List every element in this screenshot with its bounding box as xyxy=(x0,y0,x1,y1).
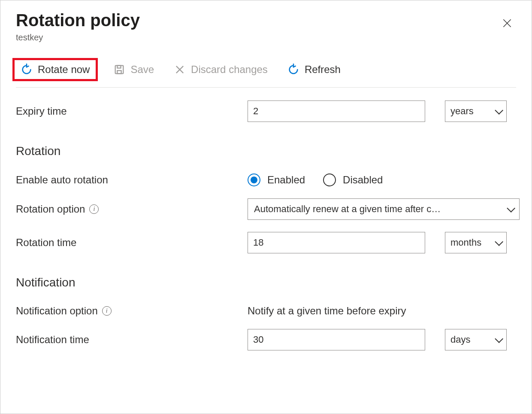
rotation-time-label: Rotation time xyxy=(16,237,248,249)
radio-icon xyxy=(323,174,336,186)
rotation-option-label: Rotation option i xyxy=(16,203,248,215)
enable-auto-rotation-label: Enable auto rotation xyxy=(16,174,248,186)
expiry-time-unit-select[interactable]: years xyxy=(445,100,507,122)
expiry-time-input[interactable] xyxy=(248,100,425,122)
chevron-down-icon xyxy=(507,204,515,213)
notification-time-unit-value: days xyxy=(450,334,470,345)
page-title: Rotation policy xyxy=(16,11,140,30)
expiry-time-unit-value: years xyxy=(450,106,474,117)
close-button[interactable] xyxy=(498,14,516,35)
rotation-time-unit-value: months xyxy=(450,237,481,248)
auto-rotation-enabled-radio[interactable]: Enabled xyxy=(248,174,305,186)
save-button: Save xyxy=(109,61,158,78)
discard-label: Discard changes xyxy=(191,64,268,76)
discard-icon xyxy=(174,64,186,76)
expiry-time-label: Expiry time xyxy=(16,105,248,117)
refresh-label: Refresh xyxy=(305,64,341,76)
rotation-time-unit-select[interactable]: months xyxy=(445,232,507,253)
auto-rotation-enabled-label: Enabled xyxy=(267,174,305,186)
notification-option-label: Notification option i xyxy=(16,305,248,317)
refresh-button[interactable]: Refresh xyxy=(283,61,345,78)
notification-time-label: Notification time xyxy=(16,334,248,346)
toolbar: Rotate now Save Discard changes Refresh xyxy=(16,58,516,88)
rotate-icon xyxy=(21,64,33,76)
auto-rotation-disabled-radio[interactable]: Disabled xyxy=(323,174,383,186)
svg-rect-1 xyxy=(118,70,121,73)
info-icon[interactable]: i xyxy=(102,306,112,316)
rotation-time-input[interactable] xyxy=(248,232,425,253)
discard-button: Discard changes xyxy=(169,61,272,78)
auto-rotation-disabled-label: Disabled xyxy=(343,174,383,186)
refresh-icon xyxy=(287,64,299,76)
chevron-down-icon xyxy=(495,335,503,343)
save-icon xyxy=(113,64,125,76)
save-label: Save xyxy=(130,64,154,76)
notification-time-unit-select[interactable]: days xyxy=(445,329,507,350)
svg-rect-0 xyxy=(115,66,124,74)
rotate-now-highlight: Rotate now xyxy=(12,58,98,81)
rotation-option-value: Automatically renew at a given time afte… xyxy=(254,204,441,215)
rotate-now-button[interactable]: Rotate now xyxy=(16,61,94,78)
chevron-down-icon xyxy=(495,106,503,115)
notification-time-input[interactable] xyxy=(248,329,425,350)
rotate-now-label: Rotate now xyxy=(38,64,90,76)
page-subtitle: testkey xyxy=(16,33,140,43)
notification-section-heading: Notification xyxy=(16,276,248,289)
radio-icon xyxy=(248,174,260,186)
info-icon[interactable]: i xyxy=(89,204,99,214)
rotation-section-heading: Rotation xyxy=(16,144,248,158)
close-icon xyxy=(502,18,513,29)
rotation-option-select[interactable]: Automatically renew at a given time afte… xyxy=(248,198,520,220)
notification-option-value: Notify at a given time before expiry xyxy=(248,305,406,317)
svg-rect-2 xyxy=(118,66,121,68)
chevron-down-icon xyxy=(495,237,503,246)
